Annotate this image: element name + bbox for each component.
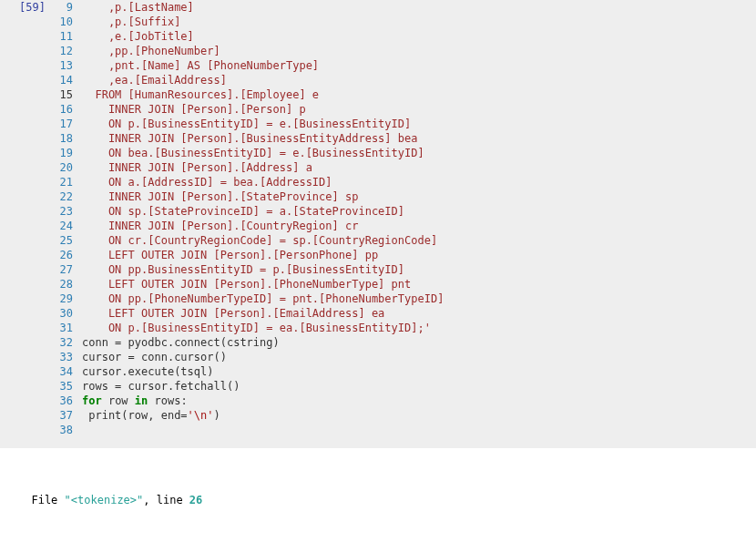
code-line[interactable]: ON p.[BusinessEntityID] = e.[BusinessEnt… bbox=[82, 117, 756, 131]
line-number: 22 bbox=[53, 189, 73, 204]
line-number: 34 bbox=[53, 364, 73, 379]
line-number-gutter: 9101112131415161718192021222324252627282… bbox=[53, 0, 82, 437]
line-number: 17 bbox=[53, 117, 73, 131]
code-line[interactable]: ON a.[AddressID] = bea.[AddressID] bbox=[82, 175, 756, 189]
code-line[interactable]: ON cr.[CountryRegionCode] = sp.[CountryR… bbox=[82, 233, 756, 248]
code-line[interactable]: INNER JOIN [Person].[BusinessEntityAddre… bbox=[82, 131, 756, 146]
code-line[interactable]: rows = cursor.fetchall() bbox=[82, 379, 756, 394]
line-number: 33 bbox=[53, 350, 73, 364]
line-number: 30 bbox=[53, 306, 73, 321]
code-line[interactable]: ,pp.[PhoneNumber] bbox=[82, 44, 756, 58]
line-number: 31 bbox=[53, 321, 73, 335]
cell-output: File "<tokenize>", line 26 INNER JOIN [P… bbox=[0, 448, 756, 542]
code-line[interactable]: INNER JOIN [Person].[Address] a bbox=[82, 160, 756, 175]
line-number: 24 bbox=[53, 219, 73, 233]
line-number: 35 bbox=[53, 379, 73, 394]
code-line[interactable]: print(row, end='\n') bbox=[82, 408, 756, 423]
line-number: 16 bbox=[53, 102, 73, 117]
traceback-filename: "<tokenize>" bbox=[65, 494, 144, 506]
line-number: 12 bbox=[53, 44, 73, 58]
line-number: 26 bbox=[53, 248, 73, 262]
code-line[interactable]: LEFT OUTER JOIN [Person].[EmailAddress] … bbox=[82, 306, 756, 321]
code-line[interactable]: INNER JOIN [Person].[CountryRegion] cr bbox=[82, 219, 756, 233]
line-number: 28 bbox=[53, 277, 73, 291]
line-number: 25 bbox=[53, 233, 73, 248]
line-number: 11 bbox=[53, 29, 73, 44]
traceback-line-number: 26 bbox=[189, 494, 202, 506]
line-number: 37 bbox=[53, 408, 73, 423]
code-line[interactable]: ,p.[Suffix] bbox=[82, 15, 756, 29]
code-cell: [59] 91011121314151617181920212223242526… bbox=[0, 0, 756, 448]
code-line[interactable]: ON p.[BusinessEntityID] = ea.[BusinessEn… bbox=[82, 321, 756, 335]
code-line[interactable]: INNER JOIN [Person].[Person] p bbox=[82, 102, 756, 117]
line-number: 13 bbox=[53, 58, 73, 73]
line-number: 9 bbox=[53, 0, 73, 15]
code-line[interactable]: FROM [HumanResources].[Employee] e bbox=[82, 87, 756, 102]
line-number: 19 bbox=[53, 146, 73, 160]
code-line[interactable]: ,pnt.[Name] AS [PhoneNumberType] bbox=[82, 58, 756, 73]
line-number: 32 bbox=[53, 335, 73, 350]
code-line[interactable]: ON sp.[StateProvinceID] = a.[StateProvin… bbox=[82, 204, 756, 219]
code-line[interactable] bbox=[82, 423, 756, 437]
code-line[interactable]: LEFT OUTER JOIN [Person].[PhoneNumberTyp… bbox=[82, 277, 756, 291]
code-line[interactable]: conn = pyodbc.connect(cstring) bbox=[82, 335, 756, 350]
input-prompt: [59] bbox=[0, 0, 53, 437]
code-line[interactable]: ON pp.BusinessEntityID = p.[BusinessEnti… bbox=[82, 262, 756, 277]
code-editor[interactable]: ,p.[LastName] ,p.[Suffix] ,e.[JobTitle] … bbox=[82, 0, 756, 437]
code-line[interactable]: ON bea.[BusinessEntityID] = e.[BusinessE… bbox=[82, 146, 756, 160]
code-line[interactable]: LEFT OUTER JOIN [Person].[PersonPhone] p… bbox=[82, 248, 756, 262]
line-number: 18 bbox=[53, 131, 73, 146]
line-number: 14 bbox=[53, 73, 73, 87]
line-number: 36 bbox=[53, 394, 73, 408]
line-number: 21 bbox=[53, 175, 73, 189]
line-number: 29 bbox=[53, 291, 73, 306]
line-number: 20 bbox=[53, 160, 73, 175]
code-line[interactable]: cursor.execute(tsql) bbox=[82, 364, 756, 379]
line-number: 27 bbox=[53, 262, 73, 277]
line-number: 10 bbox=[53, 15, 73, 29]
code-line[interactable]: cursor = conn.cursor() bbox=[82, 350, 756, 364]
line-number: 15 bbox=[53, 87, 73, 102]
line-number: 23 bbox=[53, 204, 73, 219]
line-number: 38 bbox=[53, 423, 73, 437]
code-line[interactable]: ,e.[JobTitle] bbox=[82, 29, 756, 44]
code-line[interactable]: ,p.[LastName] bbox=[82, 0, 756, 15]
code-line[interactable]: ON pp.[PhoneNumberTypeID] = pnt.[PhoneNu… bbox=[82, 291, 756, 306]
code-line[interactable]: for row in rows: bbox=[82, 394, 756, 408]
code-line[interactable]: INNER JOIN [Person].[StateProvince] sp bbox=[82, 189, 756, 204]
traceback-file-line: File "<tokenize>", line 26 bbox=[18, 492, 756, 508]
code-line[interactable]: ,ea.[EmailAddress] bbox=[82, 73, 756, 87]
